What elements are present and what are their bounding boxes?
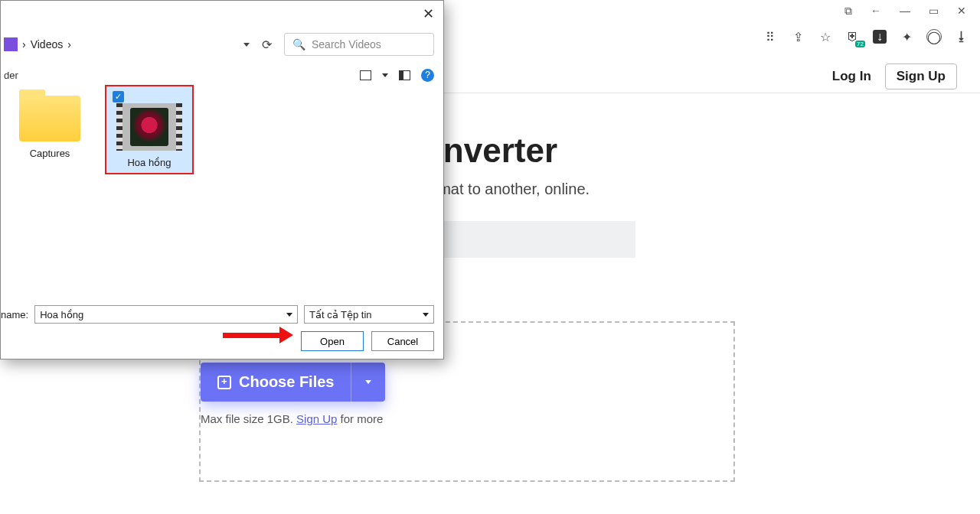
- file-item-selected[interactable]: ✓ Hoa hồng: [105, 85, 194, 174]
- refresh-icon[interactable]: ⟳: [262, 37, 272, 52]
- open-button[interactable]: Open: [301, 331, 364, 351]
- hint-signup-link[interactable]: Sign Up: [296, 412, 337, 425]
- choose-files-group: Choose Files: [201, 363, 385, 402]
- folder-label: Captures: [8, 148, 91, 159]
- toolbar-left-fragment: der: [4, 70, 18, 81]
- cast-icon[interactable]: ⧉: [844, 5, 852, 18]
- upload-icon: [217, 376, 231, 389]
- checkmark-icon: ✓: [113, 91, 124, 102]
- search-icon: 🔍: [292, 38, 305, 50]
- puzzle-icon[interactable]: ✦: [899, 29, 914, 44]
- close-window-icon[interactable]: ✕: [957, 5, 966, 18]
- file-grid: Captures ✓ Hoa hồng: [8, 80, 434, 298]
- choose-files-dropdown[interactable]: [351, 363, 385, 402]
- filename-input[interactable]: Hoa hồng: [34, 305, 298, 324]
- minimize-icon[interactable]: —: [900, 5, 910, 18]
- star-icon[interactable]: ☆: [818, 29, 833, 44]
- view-mode-dropdown-icon[interactable]: [382, 73, 388, 77]
- annotation-arrow: [223, 330, 293, 340]
- folder-item-captures[interactable]: Captures: [8, 85, 91, 159]
- filetype-select[interactable]: Tất cả Tệp tin: [304, 305, 434, 324]
- filename-label: name:: [1, 309, 28, 320]
- translate-icon[interactable]: ⠿: [763, 29, 778, 44]
- hint-post: for more: [337, 412, 383, 425]
- cancel-button[interactable]: Cancel: [371, 331, 434, 351]
- window-controls: ⧉ ← — ▭ ✕: [831, 0, 980, 22]
- help-icon[interactable]: ?: [421, 69, 434, 82]
- profile-icon[interactable]: ◯: [926, 29, 942, 44]
- back-icon[interactable]: ←: [871, 5, 881, 18]
- breadcrumb-sep: ›: [22, 38, 26, 50]
- preview-pane-icon[interactable]: [399, 70, 410, 80]
- login-link[interactable]: Log In: [832, 69, 871, 84]
- download-icon[interactable]: ↓: [873, 30, 887, 44]
- hint-pre: Max file size 1GB.: [201, 412, 296, 425]
- view-mode-icon[interactable]: [360, 70, 371, 80]
- chevron-down-icon: [365, 380, 371, 384]
- search-placeholder: Search Videos: [312, 38, 381, 50]
- address-actions: ⟳: [243, 37, 276, 52]
- filename-value: Hoa hồng: [40, 309, 83, 320]
- choose-files-label: Choose Files: [239, 373, 334, 391]
- breadcrumb-folder[interactable]: Videos: [31, 38, 64, 50]
- upload-hint: Max file size 1GB. Sign Up for more: [201, 412, 733, 425]
- file-label: Hoa hồng: [109, 157, 189, 168]
- browser-toolbar: ⠿ ⇪ ☆ ⛨ ↓ ✦ ◯ ⭳: [763, 29, 969, 44]
- file-open-dialog: ✕ › Videos › ⟳ 🔍 Search Videos der ? Cap…: [0, 0, 444, 359]
- maximize-icon[interactable]: ▭: [929, 5, 939, 18]
- choose-files-button[interactable]: Choose Files: [201, 363, 351, 402]
- share-icon[interactable]: ⇪: [790, 29, 805, 44]
- video-thumbnail-icon: [116, 103, 182, 151]
- signup-button[interactable]: Sign Up: [885, 63, 957, 89]
- dialog-address-row: › Videos › ⟳ 🔍 Search Videos: [1, 30, 434, 59]
- save-icon[interactable]: ⭳: [954, 29, 969, 44]
- extension-badge-icon[interactable]: ⛨: [845, 29, 861, 44]
- breadcrumb-sep2: ›: [67, 38, 71, 50]
- folder-root-icon: [4, 37, 18, 51]
- dialog-bottom: name: Hoa hồng Tất cả Tệp tin Open Cance…: [1, 305, 434, 351]
- filetype-dropdown-icon: [423, 313, 429, 317]
- filetype-value: Tất cả Tệp tin: [309, 309, 372, 320]
- breadcrumb[interactable]: › Videos ›: [1, 37, 236, 51]
- folder-icon: [19, 96, 80, 142]
- history-dropdown-icon[interactable]: [243, 43, 250, 47]
- dialog-close-icon[interactable]: ✕: [423, 5, 434, 22]
- search-input[interactable]: 🔍 Search Videos: [284, 33, 434, 56]
- filename-dropdown-icon: [286, 313, 292, 317]
